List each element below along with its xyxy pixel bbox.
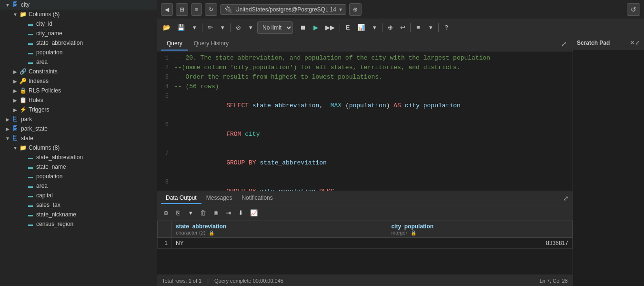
code-line-2: 2 --(name column 'city_population') for … — [157, 63, 573, 72]
clear-button[interactable]: ⊗ — [210, 207, 221, 219]
sidebar-item-constraints[interactable]: ▶ 🔗 Constraints — [0, 67, 157, 76]
sidebar-item-park-state[interactable]: ▶ 🗄 park_state — [0, 124, 157, 133]
db-icon: 🗄 — [11, 115, 19, 123]
nav-menu-button[interactable]: ≡ — [191, 3, 202, 16]
copy-button[interactable]: ⎘ — [172, 207, 184, 219]
scratch-pad-close-button[interactable]: ✕ — [630, 39, 635, 46]
query-tab-bar: Query Query History ⤢ — [157, 36, 573, 51]
copy-dropdown-button[interactable]: ▾ — [185, 207, 196, 219]
open-file-button[interactable]: 📂 — [160, 21, 173, 34]
sidebar-item-label: state_name — [36, 163, 66, 170]
data-table-wrapper[interactable]: state_abbreviation character (2) 🔒 city_… — [157, 221, 573, 275]
sidebar-item-population-city[interactable]: ▬ population — [0, 48, 157, 57]
history-button[interactable]: ↩ — [397, 21, 408, 34]
line-number: 2 — [157, 63, 174, 72]
help-button[interactable]: ? — [441, 21, 452, 34]
sidebar-item-city-name[interactable]: ▬ city_name — [0, 29, 157, 38]
cell-state-abbr[interactable]: NY — [172, 238, 387, 249]
tab-notifications[interactable]: Notifications — [237, 193, 277, 204]
chart-output-button[interactable]: 📈 — [247, 207, 261, 219]
sidebar-item-rules[interactable]: ▶ 📋 Rules — [0, 95, 157, 105]
edit-dropdown-button[interactable]: ▾ — [217, 21, 228, 34]
code-line-8: 8 ORDER BY city_population DESC — [157, 177, 573, 191]
sidebar-item-state-abbr[interactable]: ▬ state_abbreviation — [0, 38, 157, 48]
explain-button[interactable]: E — [342, 21, 353, 34]
scratch-pad-expand-button[interactable]: ⤢ — [635, 39, 640, 46]
sidebar-item-state-name[interactable]: ▬ state_name — [0, 162, 157, 172]
lock-icon: 🔒 — [209, 230, 214, 235]
sidebar-item-park[interactable]: ▶ 🗄 park — [0, 114, 157, 124]
sidebar-item-rls[interactable]: ▶ 🔒 RLS Policies — [0, 86, 157, 95]
nav-grid-button[interactable]: ⊞ — [176, 3, 188, 16]
export-button[interactable]: ⬇ — [235, 207, 246, 219]
output-toolbar: ⊕ ⎘ ▾ 🗑 ⊗ ⇥ ⬇ 📈 — [157, 205, 573, 221]
rules-icon: 📋 — [19, 96, 27, 104]
sidebar-item-label: Rules — [29, 97, 43, 103]
sidebar-item-area-state[interactable]: ▬ area — [0, 181, 157, 191]
sidebar-item-state-abbreviation[interactable]: ▬ state_abbreviation — [0, 153, 157, 162]
sidebar-item-area-city[interactable]: ▬ area — [0, 57, 157, 67]
cell-city-pop[interactable]: 8336817 — [387, 238, 573, 249]
sidebar-item-label: population — [36, 173, 62, 180]
sidebar-item-city-id[interactable]: ▬ city_id — [0, 19, 157, 29]
sidebar-item-label: Columns (5) — [29, 11, 60, 18]
connection-extra-button[interactable]: ⊕ — [349, 3, 362, 16]
arrow-icon: ▶ — [4, 117, 11, 122]
nav-back-button[interactable]: ◀ — [161, 3, 173, 16]
scratch-pad-body[interactable] — [573, 50, 644, 286]
sidebar-item-columns-city[interactable]: ▼ 📁 Columns (5) — [0, 10, 157, 19]
column-icon: ▬ — [27, 49, 34, 56]
chart-button[interactable]: 📊 — [354, 21, 368, 34]
nav-refresh-button[interactable]: ↻ — [205, 3, 217, 16]
sidebar-item-capital[interactable]: ▬ capital — [0, 191, 157, 200]
expand-query-button[interactable]: ⤢ — [559, 39, 569, 49]
macro-button[interactable]: ⊕ — [384, 21, 396, 34]
code-editor[interactable]: 1 -- 20. The state abbreviation, and pop… — [157, 51, 573, 191]
limit-select[interactable]: No limit — [257, 21, 293, 34]
import-button[interactable]: ⇥ — [222, 207, 234, 219]
sidebar-item-triggers[interactable]: ▶ ⚡ Triggers — [0, 105, 157, 114]
sidebar-item-state-nickname[interactable]: ▬ state_nickname — [0, 210, 157, 219]
tab-query[interactable]: Query — [161, 37, 188, 51]
index-icon: 🔑 — [19, 77, 27, 85]
run-button[interactable]: ▶ — [310, 21, 322, 34]
connection-label: UnitedStates/postgres@PostgreSQL 14 — [235, 6, 336, 13]
line-number: 1 — [157, 53, 174, 63]
tab-messages[interactable]: Messages — [201, 193, 237, 204]
line-content: --(name column 'city_population') for al… — [174, 63, 573, 72]
edit-button[interactable]: ✏ — [204, 21, 216, 34]
stop-button[interactable]: ⏹ — [297, 21, 309, 34]
delete-button[interactable]: 🗑 — [197, 207, 209, 219]
status-bar: Total rows: 1 of 1 | Query complete 00:0… — [157, 275, 573, 286]
reload-button[interactable]: ↺ — [627, 3, 640, 16]
sidebar-item-state[interactable]: ▼ 🗄 state — [0, 133, 157, 143]
save-button[interactable]: 💾 — [174, 21, 188, 34]
sidebar-item-sales-tax[interactable]: ▬ sales_tax — [0, 200, 157, 210]
list-dropdown-button[interactable]: ▾ — [425, 21, 436, 34]
sidebar-item-city[interactable]: ▼ 🗄 city — [0, 0, 157, 10]
sidebar-item-columns-state[interactable]: ▼ 📁 Columns (8) — [0, 143, 157, 153]
sidebar-item-population-state[interactable]: ▬ population — [0, 172, 157, 181]
col-header-state-abbr[interactable]: state_abbreviation character (2) 🔒 — [172, 221, 387, 238]
tab-data-output[interactable]: Data Output — [161, 193, 201, 204]
expand-output-button[interactable]: ⤢ — [563, 194, 569, 202]
chart-dropdown-button[interactable]: ▾ — [369, 21, 380, 34]
toolbar-separator — [295, 23, 295, 32]
connection-selector[interactable]: 🔌 UnitedStates/postgres@PostgreSQL 14 ▾ — [220, 4, 346, 15]
line-content: -- 20. The state abbreviation, and popul… — [174, 53, 573, 63]
table-row: 1 NY 8336817 — [158, 238, 573, 249]
sidebar-item-census-region[interactable]: ▬ census_region — [0, 219, 157, 229]
col-header-city-pop[interactable]: city_population integer 🔒 — [387, 221, 573, 238]
sidebar-item-label: state_nickname — [36, 211, 76, 218]
query-area: Query Query History ⤢ 1 -- 20. The state… — [157, 36, 644, 286]
save-dropdown-button[interactable]: ▾ — [189, 21, 200, 34]
list-button[interactable]: ≡ — [413, 21, 424, 34]
filter-button[interactable]: ⊘ — [232, 21, 244, 34]
add-row-button[interactable]: ⊕ — [160, 207, 171, 219]
toolbar-separator — [230, 23, 231, 32]
filter-dropdown-button[interactable]: ▾ — [245, 21, 256, 34]
run-all-button[interactable]: ▶▶ — [322, 21, 338, 34]
sidebar-item-indexes[interactable]: ▶ 🔑 Indexes — [0, 76, 157, 86]
tab-query-history[interactable]: Query History — [188, 37, 234, 51]
lock-icon: 🔒 — [411, 230, 416, 235]
